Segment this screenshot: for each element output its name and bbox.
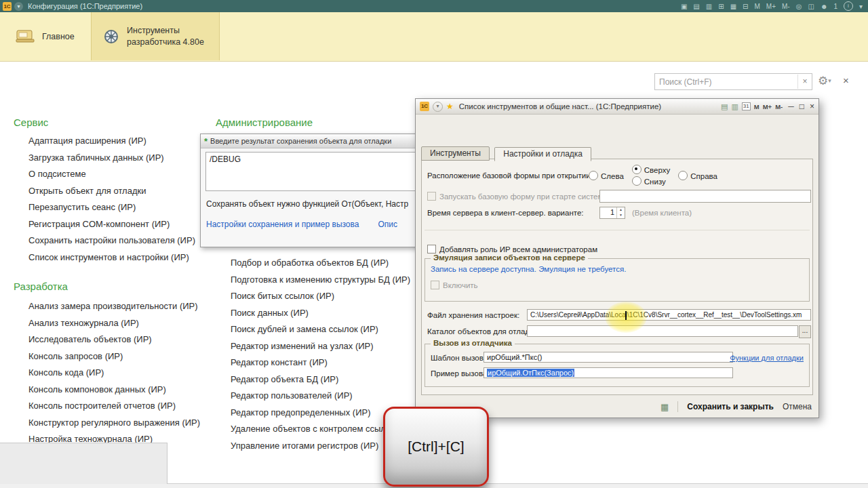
dialog-titlebar[interactable]: 1С ▾ ★ Список инструментов и общие наст.… <box>416 99 818 115</box>
debug-result-input[interactable]: /DEBUG <box>205 152 427 191</box>
form-settings-icon[interactable]: ▦ <box>660 402 669 412</box>
calculator-icon[interactable]: ⊟ <box>743 3 748 10</box>
emulation-enable-checkbox[interactable] <box>431 281 439 289</box>
help-chevron-icon[interactable]: ▾ <box>859 3 863 10</box>
service-item[interactable]: Регистрация COM-компонент (ИР) <box>28 216 195 233</box>
administration-item[interactable]: Редактор пользователей (ИР) <box>231 388 410 405</box>
development-item[interactable]: Анализ замера производительности (ИР) <box>28 298 200 315</box>
administration-item[interactable]: Редактор изменений на узлах (ИР) <box>231 338 410 355</box>
radio-bottom[interactable]: Снизу <box>632 176 670 186</box>
radio-bottom-circle[interactable] <box>632 176 642 186</box>
radio-top[interactable]: Сверху <box>632 165 670 174</box>
cancel-button[interactable]: Отмена <box>783 402 812 411</box>
1c-logo-icon: 1С <box>420 102 429 111</box>
panels-icon[interactable]: ◫ <box>808 3 814 10</box>
user-icon[interactable]: ☻ <box>821 3 828 10</box>
save-settings-link[interactable]: Настройки сохранения и пример вызова <box>206 220 359 229</box>
doc2-icon[interactable]: ▥ <box>731 102 738 111</box>
stepper-down-icon[interactable]: ▼ <box>617 213 625 218</box>
template-input[interactable] <box>484 352 733 363</box>
administration-item[interactable]: Поиск битых ссылок (ИР) <box>231 288 410 305</box>
debug-catalog-input[interactable] <box>527 325 798 337</box>
development-item[interactable]: Анализ техножурнала (ИР) <box>28 315 200 332</box>
tab-settings-debug[interactable]: Настройки и отладка <box>494 147 591 161</box>
service-item[interactable]: Адаптация расширения (ИР) <box>28 133 195 150</box>
radio-left[interactable]: Слева <box>589 171 624 180</box>
application-window: 1С ▾ Конфигурация (1С:Предприятие) ▣ ▤ ▥… <box>0 0 868 488</box>
client-time-hint: (Время клиента) <box>632 209 692 217</box>
tab-main-section[interactable]: Главное <box>4 12 85 60</box>
calendar-icon[interactable]: ▦ <box>730 3 736 10</box>
scale-m-minus-icon[interactable]: M- <box>782 3 790 10</box>
minimize-icon[interactable]: ─ <box>788 102 794 111</box>
dialog-scale-m-plus-icon[interactable]: M+ <box>763 103 772 110</box>
development-item[interactable]: Консоль кода (ИР) <box>28 365 200 382</box>
development-item[interactable]: Консоль построителей отчетов (ИР) <box>28 398 200 415</box>
administration-item[interactable]: Редактор констант (ИР) <box>231 354 410 371</box>
administration-item[interactable]: Подготовка к изменению структуры БД (ИР) <box>231 272 410 289</box>
maximize-icon[interactable]: □ <box>800 102 804 111</box>
calendar-31-icon[interactable]: 31 <box>742 102 751 110</box>
close-icon[interactable]: × <box>810 102 814 111</box>
radio-right-circle[interactable] <box>678 171 688 180</box>
development-item[interactable]: Конструктор регулярного выражения (ИР) <box>28 415 200 432</box>
administration-item[interactable]: Поиск данных (ИР) <box>231 305 410 322</box>
autostart-checkbox[interactable] <box>427 192 436 201</box>
server-time-stepper[interactable]: 1 ▲ ▼ <box>599 207 625 219</box>
example-input[interactable]: ирОбщий.ОтПкс(Запрос) <box>484 367 733 378</box>
doc-icon[interactable]: ▤ <box>721 102 728 111</box>
bottom-left-panel <box>0 443 167 484</box>
settings-gear-button[interactable]: ⚙▾ <box>818 74 831 88</box>
save-icon[interactable]: ▣ <box>681 3 687 10</box>
debug-prompt-titlebar[interactable]: * Введите результат сохранения объекта д… <box>201 134 431 148</box>
help-icon[interactable]: i <box>844 1 853 11</box>
tools-settings-dialog: 1С ▾ ★ Список инструментов и общие наст.… <box>415 98 819 418</box>
titlebar-toolbar: ▣ ▤ ▥ ⊞ ▦ ⊟ M M+ M- ◎ ◫ ☻ 1 i ▾ <box>681 1 863 11</box>
service-item[interactable]: Список инструментов и настройки (ИР) <box>28 249 195 266</box>
window-titlebar: 1С ▾ Конфигурация (1С:Предприятие) ▣ ▤ ▥… <box>0 0 868 12</box>
add-role-checkbox[interactable] <box>427 245 436 253</box>
dialog-scale-m-icon[interactable]: M <box>754 103 760 110</box>
print-icon[interactable]: ▤ <box>693 3 699 10</box>
stepper-up-icon[interactable]: ▲ <box>617 207 625 213</box>
service-item[interactable]: Открыть объект для отладки <box>28 183 195 200</box>
dialog-scale-m-minus-icon[interactable]: M- <box>775 103 783 110</box>
radio-right[interactable]: Справа <box>678 171 717 180</box>
search-input[interactable] <box>655 77 797 87</box>
description-link[interactable]: Опис <box>378 220 397 229</box>
dialog-menu-icon[interactable]: ▾ <box>433 102 443 112</box>
save-and-close-button[interactable]: Сохранить и закрыть <box>687 402 774 411</box>
debug-prompt-title: Введите результат сохранения объекта для… <box>210 137 391 145</box>
scale-m-icon[interactable]: M <box>755 3 760 10</box>
main-menu-button[interactable]: ▾ <box>14 2 23 11</box>
radio-top-label: Сверху <box>644 166 670 174</box>
service-item[interactable]: Перезапустить сеанс (ИР) <box>28 199 195 216</box>
development-item[interactable]: Исследователь объектов (ИР) <box>28 331 200 348</box>
tab-tools[interactable]: Инструменты <box>421 146 490 161</box>
scale-m-plus-icon[interactable]: M+ <box>766 3 776 10</box>
administration-item[interactable]: Поиск дублей и замена ссылок (ИР) <box>231 321 410 338</box>
service-item[interactable]: О подсистеме <box>28 166 195 183</box>
settings-panel: Расположение базовой формы при открытии:… <box>421 159 813 395</box>
zoom-icon[interactable]: ◎ <box>796 3 802 10</box>
workspace-close-icon[interactable]: × <box>843 75 849 86</box>
link-icon[interactable]: ⊞ <box>718 3 724 10</box>
search-clear-icon[interactable]: × <box>797 75 812 89</box>
user-count-badge: 1 <box>833 3 837 10</box>
service-item[interactable]: Загрузка табличных данных (ИР) <box>28 150 195 167</box>
administration-item[interactable]: Редактор объекта БД (ИР) <box>231 371 410 388</box>
settings-file-input[interactable] <box>527 309 811 321</box>
radio-left-circle[interactable] <box>589 171 598 180</box>
browse-button[interactable]: ... <box>799 325 811 338</box>
development-item[interactable]: Консоль компоновок данных (ИР) <box>28 382 200 399</box>
administration-item[interactable]: Подбор и обработка объектов БД (ИР) <box>231 255 410 272</box>
tab-devtools-section[interactable]: Инструменты разработчика 4.80e <box>91 12 220 60</box>
autostart-form-input[interactable] <box>599 190 811 203</box>
favorite-star-icon[interactable]: ★ <box>446 102 454 111</box>
radio-top-circle[interactable] <box>632 165 642 174</box>
text-cursor <box>625 311 627 320</box>
print-preview-icon[interactable]: ▥ <box>706 3 712 10</box>
service-item[interactable]: Сохранить настройки пользователя (ИР) <box>28 232 195 249</box>
debug-functions-link[interactable]: Функции для отладки <box>730 354 804 362</box>
development-item[interactable]: Консоль запросов (ИР) <box>28 348 200 365</box>
